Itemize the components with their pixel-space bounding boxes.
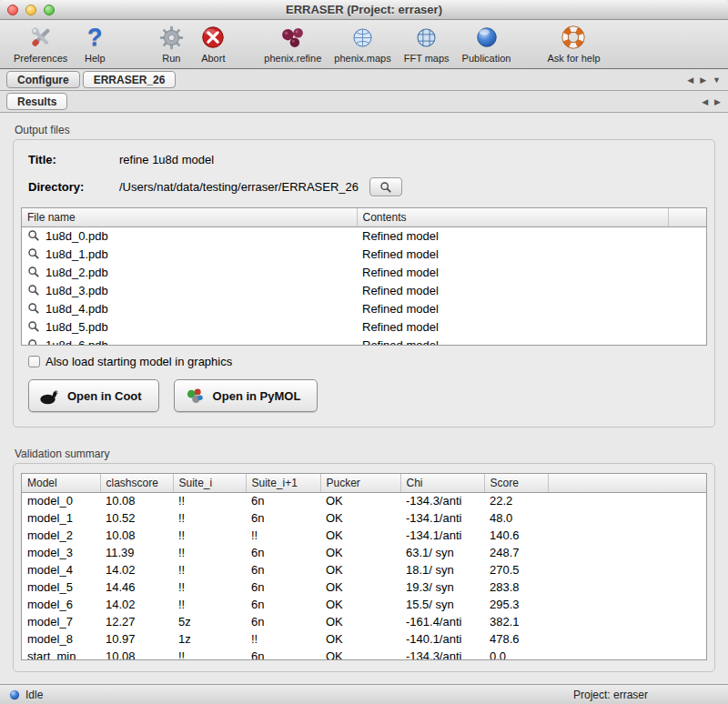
- validation-cell: 1z: [173, 630, 246, 648]
- file-row[interactable]: 1u8d_0.pdbRefined model: [22, 226, 706, 245]
- empty-cell: [548, 613, 706, 630]
- toolbar-label: phenix.refine: [264, 53, 321, 64]
- file-name-cell: 1u8d_3.pdb: [22, 281, 357, 299]
- tab-erraser-26[interactable]: ERRASER_26: [83, 71, 177, 88]
- close-button[interactable]: [7, 5, 18, 15]
- file-row[interactable]: 1u8d_3.pdbRefined model: [22, 281, 706, 299]
- magnifier-icon: [27, 302, 40, 315]
- validation-row[interactable]: model_514.46!!6nOK19.3/ syn283.8: [22, 578, 706, 596]
- magnifier-icon: [27, 320, 40, 333]
- zoom-button[interactable]: [44, 5, 55, 15]
- column-header[interactable]: [668, 208, 706, 226]
- toolbar-button-run[interactable]: Run: [150, 23, 192, 64]
- toolbar-button-phenix-maps[interactable]: phenix.maps: [328, 23, 397, 64]
- tab-scroll-right-icon[interactable]: ▶: [700, 75, 706, 85]
- toolbar-label: FFT maps: [404, 53, 450, 64]
- magnifier-icon: [27, 229, 40, 242]
- tab-results[interactable]: Results: [6, 93, 67, 110]
- load-starting-model-checkbox[interactable]: [28, 356, 40, 367]
- validation-row[interactable]: model_311.39!!6nOK63.1/ syn248.7: [22, 544, 706, 561]
- column-header[interactable]: Suite_i: [173, 474, 246, 492]
- validation-row[interactable]: model_712.275z6nOK-161.4/anti382.1: [22, 613, 706, 630]
- toolbar-button-phenix-refine[interactable]: phenix.refine: [258, 23, 328, 64]
- toolbar-button-fft-maps[interactable]: FFT maps: [398, 23, 456, 64]
- minimize-button[interactable]: [25, 5, 36, 15]
- validation-row[interactable]: model_110.52!!6nOK-134.1/anti48.0: [22, 509, 706, 527]
- checkbox-label: Also load starting model in graphics: [46, 355, 232, 368]
- file-row[interactable]: 1u8d_1.pdbRefined model: [22, 245, 706, 263]
- toolbar: Preferences ? Help: [0, 20, 728, 69]
- validation-row[interactable]: model_614.02!!6nOK15.5/ syn295.3: [22, 596, 706, 613]
- column-header[interactable]: Suite_i+1: [246, 474, 320, 492]
- browse-directory-button[interactable]: [369, 177, 402, 196]
- validation-row[interactable]: model_414.02!!6nOK18.1/ syn270.5: [22, 561, 706, 578]
- tab-scroll-left-icon[interactable]: ◀: [687, 75, 693, 85]
- run-icon: [157, 23, 186, 52]
- file-name-cell: 1u8d_4.pdb: [22, 299, 357, 317]
- validation-row[interactable]: start_min10.08!!6nOK-134.3/anti0.0: [22, 648, 706, 660]
- open-in-pymol-label: Open in PyMOL: [213, 389, 301, 403]
- file-row[interactable]: 1u8d_2.pdbRefined model: [22, 263, 706, 281]
- tab-scroll-left-icon[interactable]: ◀: [702, 97, 708, 106]
- validation-cell: 270.5: [484, 561, 548, 578]
- validation-cell: !!: [173, 596, 246, 613]
- validation-cell: 10.52: [100, 509, 173, 527]
- phenix-maps-icon: [349, 23, 378, 52]
- validation-cell: 48.0: [484, 509, 548, 527]
- magnifier-icon: [27, 284, 40, 297]
- validation-cell: !!: [173, 648, 246, 660]
- tab-scroll-right-icon[interactable]: ▶: [714, 97, 721, 106]
- column-header[interactable]: Pucker: [320, 474, 400, 492]
- file-row[interactable]: 1u8d_6.pdbRefined model: [22, 336, 706, 346]
- validation-cell: 22.2: [484, 492, 548, 509]
- validation-row[interactable]: model_210.08!!!!OK-134.1/anti140.6: [22, 527, 706, 544]
- validation-cell: OK: [320, 527, 400, 544]
- column-header[interactable]: Chi: [400, 474, 484, 492]
- validation-row[interactable]: model_810.971z!!OK-140.1/anti478.6: [22, 630, 706, 648]
- toolbar-button-help[interactable]: ? Help: [74, 23, 116, 64]
- empty-cell: [668, 299, 706, 317]
- validation-cell: model_4: [22, 561, 100, 578]
- title-bar: ERRASER (Project: erraser): [0, 0, 728, 20]
- file-name-cell: 1u8d_6.pdb: [22, 336, 357, 346]
- column-header[interactable]: File name: [22, 208, 357, 226]
- column-header[interactable]: Score: [484, 474, 548, 492]
- empty-cell: [548, 509, 706, 527]
- validation-cell: 14.02: [100, 561, 173, 578]
- sub-tab-nav: ◀ ▶: [702, 91, 721, 112]
- validation-row[interactable]: model_010.08!!6nOK-134.3/anti22.2: [22, 492, 706, 509]
- open-in-coot-button[interactable]: Open in Coot: [28, 379, 159, 412]
- file-row[interactable]: 1u8d_4.pdbRefined model: [22, 299, 706, 317]
- column-header[interactable]: Model: [22, 474, 100, 492]
- empty-cell: [668, 245, 706, 263]
- tab-list-icon[interactable]: ▼: [713, 75, 721, 85]
- output-files-list[interactable]: File nameContents 1u8d_0.pdbRefined mode…: [21, 207, 707, 346]
- column-header[interactable]: Contents: [357, 208, 668, 226]
- file-contents-cell: Refined model: [357, 336, 668, 346]
- validation-list[interactable]: ModelclashscoreSuite_iSuite_i+1PuckerChi…: [21, 473, 707, 660]
- coot-icon: [38, 385, 60, 407]
- toolbar-button-abort[interactable]: Abort: [192, 23, 234, 64]
- file-contents-cell: Refined model: [357, 281, 668, 299]
- column-header[interactable]: [548, 474, 706, 492]
- empty-cell: [668, 281, 706, 299]
- toolbar-button-preferences[interactable]: Preferences: [7, 23, 74, 64]
- validation-cell: OK: [320, 596, 400, 613]
- open-buttons-row: Open in Coot Open in PyMOL: [28, 379, 707, 412]
- toolbar-button-ask-for-help[interactable]: Ask for help: [541, 23, 606, 64]
- validation-cell: OK: [320, 613, 400, 630]
- validation-cell: 6n: [246, 578, 320, 596]
- file-row[interactable]: 1u8d_5.pdbRefined model: [22, 317, 706, 336]
- validation-group: ModelclashscoreSuite_iSuite_i+1PuckerChi…: [13, 463, 715, 672]
- tab-configure[interactable]: Configure: [6, 71, 80, 88]
- status-text: Idle: [25, 689, 43, 701]
- empty-cell: [548, 544, 706, 561]
- column-header[interactable]: clashscore: [100, 474, 173, 492]
- toolbar-button-publication[interactable]: Publication: [456, 23, 518, 64]
- output-files-table: File nameContents 1u8d_0.pdbRefined mode…: [22, 208, 706, 346]
- app-window: ERRASER (Project: erraser) Preferences ?…: [0, 0, 728, 704]
- open-in-pymol-button[interactable]: Open in PyMOL: [174, 379, 318, 412]
- validation-group-label: Validation summary: [15, 448, 715, 460]
- load-starting-model-option[interactable]: Also load starting model in graphics: [28, 355, 707, 368]
- validation-cell: 6n: [246, 596, 320, 613]
